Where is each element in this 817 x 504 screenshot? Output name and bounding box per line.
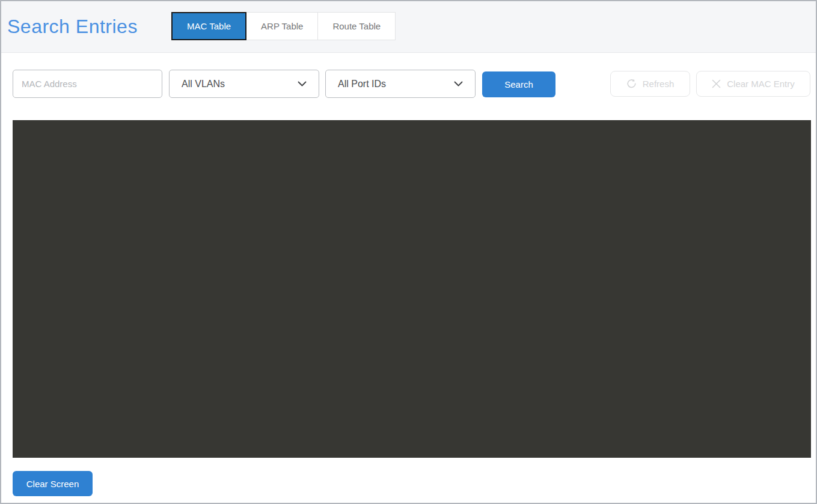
search-button[interactable]: Search xyxy=(482,71,555,97)
tab-arp-table-label: ARP Table xyxy=(261,21,303,31)
chevron-down-icon xyxy=(298,81,307,87)
tab-mac-table-label: MAC Table xyxy=(187,21,231,31)
vlan-select[interactable]: All VLANs xyxy=(169,70,319,98)
table-tabs: MAC Table ARP Table Route Table xyxy=(171,12,396,40)
refresh-button-label: Refresh xyxy=(643,79,675,89)
refresh-button[interactable]: Refresh xyxy=(610,71,690,97)
clear-mac-entry-button[interactable]: Clear MAC Entry xyxy=(696,71,810,97)
clear-mac-entry-label: Clear MAC Entry xyxy=(727,79,795,89)
tab-route-table-label: Route Table xyxy=(332,21,381,31)
tab-route-table[interactable]: Route Table xyxy=(318,12,396,40)
chevron-down-icon xyxy=(454,81,463,87)
console-output xyxy=(13,120,811,458)
page-title: Search Entries xyxy=(7,16,138,38)
vlan-select-value: All VLANs xyxy=(182,79,225,90)
port-id-select-value: All Port IDs xyxy=(338,79,386,90)
mac-address-input[interactable] xyxy=(13,70,162,98)
tab-mac-table[interactable]: MAC Table xyxy=(171,12,246,40)
page-header: Search Entries MAC Table ARP Table Route… xyxy=(1,1,816,53)
search-entries-page: Search Entries MAC Table ARP Table Route… xyxy=(0,0,817,504)
tab-arp-table[interactable]: ARP Table xyxy=(246,12,318,40)
port-id-select[interactable]: All Port IDs xyxy=(325,70,476,98)
clear-screen-button[interactable]: Clear Screen xyxy=(13,471,93,496)
refresh-icon xyxy=(626,79,637,89)
close-icon xyxy=(712,79,721,88)
